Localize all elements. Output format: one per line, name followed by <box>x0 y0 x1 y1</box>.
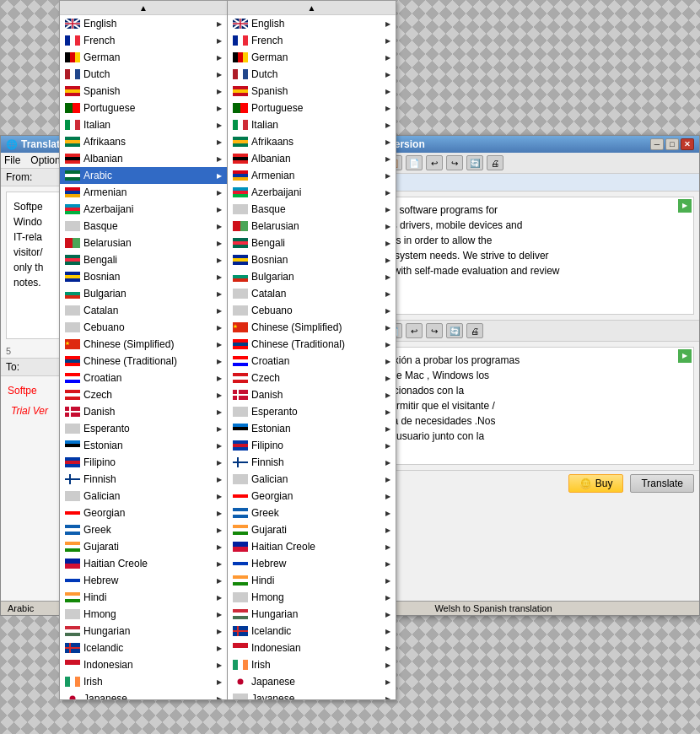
right-menu-item-portuguese[interactable]: Portuguese▶ <box>228 100 396 116</box>
right-menu-item-english[interactable]: English▶ <box>228 15 396 32</box>
left-menu-item-greek[interactable]: Greek▶ <box>60 521 227 538</box>
left-menu-item-esperanto[interactable]: Esperanto▶ <box>60 420 227 437</box>
right-menu-item-belarusian[interactable]: Belarusian▶ <box>228 218 396 235</box>
left-menu-item-georgian[interactable]: Georgian▶ <box>60 505 227 521</box>
scroll-up-left[interactable]: ▲ <box>139 3 148 13</box>
maximize-button[interactable]: □ <box>665 138 679 150</box>
play-button-bottom[interactable]: ▶ <box>678 349 692 363</box>
left-menu-item-belarusian[interactable]: Belarusian▶ <box>60 235 227 251</box>
right-menu-item-icelandic[interactable]: Icelandic▶ <box>228 623 396 640</box>
left-menu-item-albanian[interactable]: Albanian▶ <box>60 150 227 167</box>
right-menu-item-irish[interactable]: Irish▶ <box>228 656 396 673</box>
left-menu-item-indonesian[interactable]: Indonesian▶ <box>60 656 227 673</box>
left-menu-item-german[interactable]: German▶ <box>60 49 227 66</box>
right-menu-item-catalan[interactable]: Catalan▶ <box>228 285 396 302</box>
dropdown-menu-right[interactable]: ▲ English▶French▶German▶Dutch▶Spanish▶Po… <box>228 0 396 700</box>
redo-icon-2[interactable]: ↪ <box>426 323 443 338</box>
right-menu-item-chinese-(simplified)[interactable]: Chinese (Simplified)▶ <box>228 319 396 336</box>
minimize-button[interactable]: ─ <box>650 138 664 150</box>
right-menu-item-czech[interactable]: Czech▶ <box>228 370 396 386</box>
play-button-top[interactable]: ▶ <box>678 199 692 213</box>
right-menu-item-bengali[interactable]: Bengali▶ <box>228 235 396 251</box>
right-menu-item-german[interactable]: German▶ <box>228 49 396 66</box>
right-menu-item-greek[interactable]: Greek▶ <box>228 505 396 521</box>
left-menu-item-bosnian[interactable]: Bosnian▶ <box>60 268 227 285</box>
right-menu-item-hindi[interactable]: Hindi▶ <box>228 572 396 589</box>
left-menu-items[interactable]: English▶French▶German▶Dutch▶Spanish▶Port… <box>60 15 227 700</box>
right-menu-item-galician[interactable]: Galician▶ <box>228 471 396 488</box>
right-menu-item-indonesian[interactable]: Indonesian▶ <box>228 640 396 656</box>
left-menu-item-bengali[interactable]: Bengali▶ <box>60 251 227 268</box>
left-menu-item-hebrew[interactable]: Hebrew▶ <box>60 572 227 589</box>
left-menu-item-italian[interactable]: Italian▶ <box>60 116 227 133</box>
undo-icon-2[interactable]: ↩ <box>406 323 423 338</box>
translate-button[interactable]: Translate <box>630 474 694 493</box>
right-menu-item-bosnian[interactable]: Bosnian▶ <box>228 251 396 268</box>
right-menu-item-georgian[interactable]: Georgian▶ <box>228 488 396 505</box>
left-menu-item-irish[interactable]: Irish▶ <box>60 673 227 690</box>
right-menu-item-basque[interactable]: Basque▶ <box>228 201 396 218</box>
right-menu-item-armenian[interactable]: Armenian▶ <box>228 167 396 184</box>
left-menu-item-japanese[interactable]: Japanese▶ <box>60 690 227 700</box>
menu-file[interactable]: File <box>4 154 20 166</box>
left-menu-item-icelandic[interactable]: Icelandic▶ <box>60 640 227 656</box>
right-menu-item-haitian-creole[interactable]: Haitian Creole▶ <box>228 538 396 555</box>
right-menu-item-croatian[interactable]: Croatian▶ <box>228 353 396 370</box>
left-menu-item-chinese-(traditional)[interactable]: Chinese (Traditional)▶ <box>60 353 227 370</box>
right-menu-item-japanese[interactable]: Japanese▶ <box>228 673 396 690</box>
left-menu-item-arabic[interactable]: Arabic▶ <box>60 167 227 184</box>
left-menu-item-portuguese[interactable]: Portuguese▶ <box>60 100 227 116</box>
left-menu-item-afrikaans[interactable]: Afrikaans▶ <box>60 133 227 150</box>
right-menu-item-filipino[interactable]: Filipino▶ <box>228 437 396 454</box>
right-menu-item-hebrew[interactable]: Hebrew▶ <box>228 555 396 572</box>
left-menu-item-english[interactable]: English▶ <box>60 15 227 32</box>
left-menu-item-danish[interactable]: Danish▶ <box>60 403 227 420</box>
right-menu-item-hungarian[interactable]: Hungarian▶ <box>228 606 396 623</box>
left-menu-item-gujarati[interactable]: Gujarati▶ <box>60 538 227 555</box>
right-menu-item-spanish[interactable]: Spanish▶ <box>228 83 396 100</box>
right-menu-item-cebuano[interactable]: Cebuano▶ <box>228 302 396 319</box>
right-menu-item-hmong[interactable]: Hmong▶ <box>228 589 396 606</box>
right-menu-item-bulgarian[interactable]: Bulgarian▶ <box>228 268 396 285</box>
left-menu-item-galician[interactable]: Galician▶ <box>60 488 227 505</box>
right-menu-item-italian[interactable]: Italian▶ <box>228 116 396 133</box>
right-menu-item-esperanto[interactable]: Esperanto▶ <box>228 403 396 420</box>
dropdown-menu-left[interactable]: ▲ English▶French▶German▶Dutch▶Spanish▶Po… <box>59 0 228 700</box>
paste-icon[interactable]: 📄 <box>406 155 423 170</box>
right-menu-item-dutch[interactable]: Dutch▶ <box>228 66 396 83</box>
left-menu-item-dutch[interactable]: Dutch▶ <box>60 66 227 83</box>
right-menu-item-azerbaijani[interactable]: Azerbaijani▶ <box>228 184 396 201</box>
left-menu-item-catalan[interactable]: Catalan▶ <box>60 302 227 319</box>
left-menu-item-spanish[interactable]: Spanish▶ <box>60 83 227 100</box>
left-menu-item-hmong[interactable]: Hmong▶ <box>60 606 227 623</box>
left-menu-item-haitian-creole[interactable]: Haitian Creole▶ <box>60 555 227 572</box>
redo-icon[interactable]: ↪ <box>446 155 463 170</box>
left-menu-item-czech[interactable]: Czech▶ <box>60 386 227 403</box>
left-menu-item-estonian[interactable]: Estonian▶ <box>60 437 227 454</box>
print-icon-2[interactable]: 🖨 <box>466 323 483 338</box>
refresh-icon[interactable]: 🔄 <box>466 155 483 170</box>
right-menu-item-estonian[interactable]: Estonian▶ <box>228 420 396 437</box>
left-menu-item-filipino[interactable]: Filipino▶ <box>60 454 227 471</box>
right-menu-items[interactable]: English▶French▶German▶Dutch▶Spanish▶Port… <box>228 15 396 700</box>
left-menu-item-armenian[interactable]: Armenian▶ <box>60 184 227 201</box>
left-menu-item-finnish[interactable]: Finnish▶ <box>60 471 227 488</box>
left-menu-item-bulgarian[interactable]: Bulgarian▶ <box>60 285 227 302</box>
right-menu-item-javanese[interactable]: Javanese▶ <box>228 690 396 700</box>
right-menu-item-french[interactable]: French▶ <box>228 32 396 49</box>
right-menu-item-finnish[interactable]: Finnish▶ <box>228 454 396 471</box>
left-menu-item-french[interactable]: French▶ <box>60 32 227 49</box>
left-menu-item-hindi[interactable]: Hindi▶ <box>60 589 227 606</box>
undo-icon[interactable]: ↩ <box>426 155 443 170</box>
left-menu-item-basque[interactable]: Basque▶ <box>60 218 227 235</box>
buy-button[interactable]: 🪙 Buy <box>568 474 624 493</box>
right-menu-item-afrikaans[interactable]: Afrikaans▶ <box>228 133 396 150</box>
print-icon[interactable]: 🖨 <box>487 155 503 170</box>
left-menu-item-croatian[interactable]: Croatian▶ <box>60 370 227 386</box>
left-menu-item-chinese-(simplified)[interactable]: Chinese (Simplified)▶ <box>60 336 227 353</box>
right-menu-item-danish[interactable]: Danish▶ <box>228 386 396 403</box>
left-menu-item-azerbaijani[interactable]: Azerbaijani▶ <box>60 201 227 218</box>
right-menu-item-chinese-(traditional)[interactable]: Chinese (Traditional)▶ <box>228 336 396 353</box>
right-menu-item-gujarati[interactable]: Gujarati▶ <box>228 521 396 538</box>
left-menu-item-hungarian[interactable]: Hungarian▶ <box>60 623 227 640</box>
